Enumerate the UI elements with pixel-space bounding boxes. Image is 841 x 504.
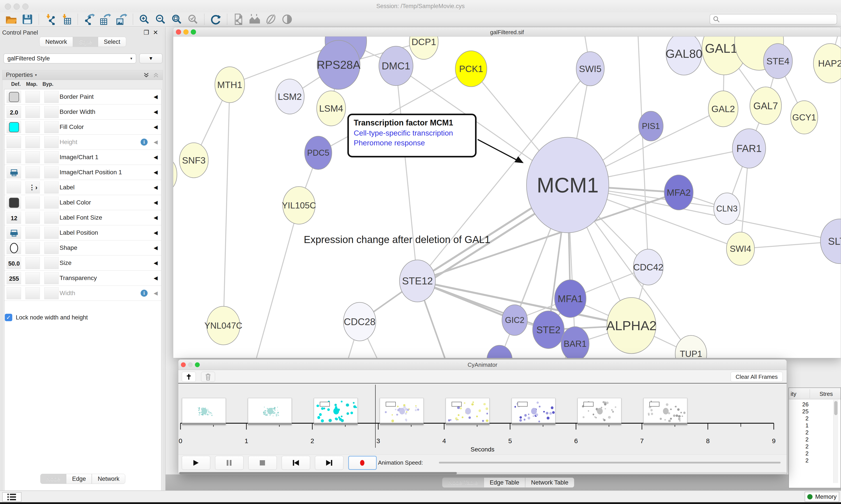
lock-size-checkbox[interactable]: ✓ xyxy=(5,314,12,321)
map-cell[interactable] xyxy=(25,242,40,254)
def-cell[interactable] xyxy=(6,121,21,133)
export-table-icon[interactable] xyxy=(99,13,112,25)
style-selector[interactable]: galFiltered Style ▾ xyxy=(3,53,136,64)
column-header[interactable]: Stres xyxy=(820,391,833,397)
memory-button[interactable]: Memory xyxy=(805,492,839,502)
table-cell[interactable]: 25 xyxy=(789,408,809,415)
frame-thumbnail-6[interactable] xyxy=(512,398,555,425)
info-icon[interactable]: i xyxy=(141,290,148,297)
tab-network[interactable]: Network xyxy=(39,37,73,47)
byp-cell[interactable] xyxy=(44,151,59,163)
map-cell[interactable] xyxy=(25,257,40,269)
byp-cell[interactable] xyxy=(44,106,59,118)
node-SWI4[interactable]: SWI4 xyxy=(727,232,754,265)
expand-row-icon[interactable]: ◀ xyxy=(154,109,158,115)
property-row-border-width[interactable]: 2.0Border Width◀ xyxy=(4,105,161,120)
node-GAL7[interactable]: GAL7 xyxy=(750,87,782,125)
def-cell[interactable]: 255 xyxy=(6,272,21,284)
def-cell[interactable]: 12 xyxy=(6,212,21,224)
table-cell[interactable]: 2 xyxy=(789,429,809,436)
tab-node[interactable]: Node xyxy=(40,474,66,484)
byp-cell[interactable] xyxy=(44,181,59,194)
node-ALPHA2[interactable]: ALPHA2 xyxy=(606,298,657,354)
node-LSM2[interactable]: LSM2 xyxy=(275,79,304,114)
def-cell[interactable] xyxy=(6,151,21,163)
expand-row-icon[interactable]: ◀ xyxy=(154,275,158,281)
node-DMC1[interactable]: DMC1 xyxy=(379,46,413,86)
search-input[interactable] xyxy=(710,14,837,24)
annotation-link[interactable]: Cell-type-specific transcription xyxy=(354,129,473,137)
stop-button[interactable] xyxy=(248,456,277,470)
node-MCM1[interactable]: MCM1 xyxy=(526,137,609,233)
map-cell[interactable] xyxy=(25,272,40,284)
property-row-size[interactable]: 50.0Size◀ xyxy=(4,255,161,271)
property-row-image-chart-1[interactable]: Image/Chart 1◀ xyxy=(4,150,161,165)
node-PDC5[interactable]: PDC5 xyxy=(305,136,332,169)
task-history-button[interactable] xyxy=(2,492,21,502)
table-cell[interactable]: 2 xyxy=(789,450,809,457)
open-icon[interactable] xyxy=(5,13,18,25)
skip-start-button[interactable] xyxy=(282,456,310,470)
expand-row-icon[interactable]: ◀ xyxy=(154,199,158,205)
node-YIL105C[interactable]: YIL105C xyxy=(282,186,316,224)
float-panel-icon[interactable]: ❐ xyxy=(143,29,153,36)
map-cell[interactable] xyxy=(25,151,40,163)
byp-cell[interactable] xyxy=(44,136,59,148)
node-STE12[interactable]: STE12 xyxy=(399,260,435,302)
def-cell[interactable] xyxy=(6,287,21,299)
property-row-fill-color[interactable]: Fill Color◀ xyxy=(4,120,161,134)
byp-cell[interactable] xyxy=(44,287,59,299)
expand-all-icon[interactable] xyxy=(143,72,149,78)
panel-window-buttons[interactable]: ❐✕ xyxy=(143,29,162,36)
expand-row-icon[interactable]: ◀ xyxy=(154,184,158,191)
node-STE4[interactable]: STE4 xyxy=(764,43,792,78)
byp-cell[interactable] xyxy=(44,121,59,133)
def-cell[interactable]: 50.0 xyxy=(6,257,21,269)
column-header[interactable]: ity xyxy=(791,391,796,397)
node-CDC42[interactable]: CDC42 xyxy=(633,249,663,285)
expand-row-icon[interactable]: ◀ xyxy=(154,124,158,130)
import-network-icon[interactable] xyxy=(44,13,56,25)
byp-cell[interactable] xyxy=(44,197,59,209)
import-table-icon[interactable] xyxy=(60,13,73,25)
network-titlebar[interactable]: galFiltered.sif xyxy=(173,28,841,37)
table-cell[interactable]: 1 xyxy=(789,422,809,429)
tab-edge[interactable]: Edge xyxy=(66,474,92,484)
node-GAL2[interactable]: GAL2 xyxy=(708,91,738,127)
frame-thumbnail-7[interactable] xyxy=(577,398,621,425)
frame-thumbnail-4[interactable] xyxy=(380,398,424,425)
def-cell[interactable] xyxy=(6,136,21,148)
table-cell[interactable]: 2 xyxy=(789,436,809,443)
save-icon[interactable] xyxy=(21,13,34,25)
style-options-button[interactable]: ▼ xyxy=(139,53,162,64)
map-cell[interactable] xyxy=(25,91,40,103)
node-PCK1[interactable]: PCK1 xyxy=(455,51,487,87)
property-row-border-paint[interactable]: Border Paint◀ xyxy=(4,89,161,105)
node-pnode[interactable] xyxy=(487,345,512,358)
def-cell[interactable] xyxy=(6,181,21,194)
byp-cell[interactable] xyxy=(44,91,59,103)
node-LSM4[interactable]: LSM4 xyxy=(317,91,345,126)
def-cell[interactable] xyxy=(6,197,21,209)
pause-button[interactable] xyxy=(215,456,244,470)
frame-thumbnail-3[interactable] xyxy=(314,398,358,425)
refresh-icon[interactable] xyxy=(209,13,222,25)
byp-cell[interactable] xyxy=(44,227,59,239)
collapse-all-icon[interactable] xyxy=(153,72,159,78)
info-icon[interactable]: i xyxy=(141,139,148,146)
tab-select[interactable]: Select xyxy=(98,37,126,47)
expand-row-icon[interactable]: ◀ xyxy=(154,169,158,175)
node-CDC28[interactable]: CDC28 xyxy=(343,302,376,341)
map-cell[interactable] xyxy=(25,166,40,178)
tab-network[interactable]: Network xyxy=(92,474,125,484)
annotation-link[interactable]: Pheromone response xyxy=(354,139,473,147)
tab-node-table[interactable]: Node Table xyxy=(442,478,484,488)
cyanimator-titlebar[interactable]: CyAnimator xyxy=(178,360,787,370)
map-cell[interactable] xyxy=(25,227,40,239)
play-button[interactable] xyxy=(182,456,210,470)
property-row-label-color[interactable]: Label Color◀ xyxy=(4,195,161,210)
def-cell[interactable] xyxy=(6,166,21,178)
table-cell[interactable]: 2 xyxy=(789,443,809,450)
lock-size-row[interactable]: ✓Lock node width and height xyxy=(2,312,159,323)
playhead[interactable] xyxy=(375,385,376,448)
